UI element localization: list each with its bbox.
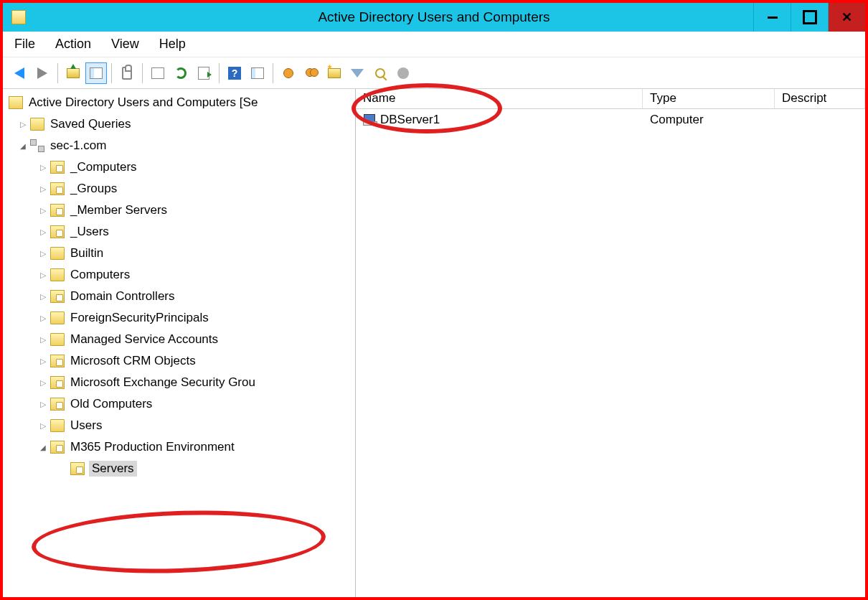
expand-icon[interactable]	[37, 398, 49, 410]
up-button[interactable]	[62, 62, 84, 84]
expand-icon[interactable]	[37, 291, 49, 302]
tree-ou-exchange[interactable]: Microsoft Exchange Security Grou	[3, 372, 355, 393]
arrow-left-icon	[14, 67, 24, 79]
row-name-label: DBServer1	[380, 113, 440, 127]
action-pane-button[interactable]	[247, 62, 268, 84]
tree-label: _Member Servers	[69, 202, 169, 218]
group-icon	[306, 68, 317, 78]
tree-label: Servers	[89, 461, 137, 477]
tree-ou-computers2[interactable]: _Computers	[3, 156, 355, 178]
ou-icon	[50, 398, 65, 411]
properties-button[interactable]	[147, 62, 169, 84]
tree-domain[interactable]: sec-1.com	[3, 135, 355, 156]
window-title: Active Directory Users and Computers	[3, 9, 865, 25]
tree-ou-users[interactable]: Users	[3, 415, 355, 436]
list-row[interactable]: DBServer1 Computer	[356, 109, 865, 131]
menu-action[interactable]: Action	[55, 37, 91, 52]
expand-icon[interactable]	[37, 377, 49, 388]
menu-file[interactable]: File	[14, 37, 35, 52]
tree-ou-oldcomputers[interactable]: Old Computers	[3, 393, 355, 415]
toolbar-separator	[57, 63, 58, 83]
forward-button[interactable]	[32, 62, 53, 84]
expand-icon[interactable]	[37, 355, 49, 367]
tree-saved-queries[interactable]: Saved Queries	[3, 113, 355, 135]
tree-ou-m365[interactable]: M365 Production Environment	[3, 436, 355, 458]
tree-ou-builtin[interactable]: Builtin	[3, 243, 355, 264]
tree-label: _Computers	[69, 159, 138, 175]
ou-icon	[50, 204, 65, 217]
cut-button[interactable]	[116, 62, 138, 84]
tree-ou-computers[interactable]: Computers	[3, 264, 355, 286]
expand-icon[interactable]	[37, 420, 49, 431]
expand-icon[interactable]	[37, 334, 49, 345]
refresh-button[interactable]	[170, 62, 192, 84]
funnel-icon	[351, 69, 364, 78]
tree-ou-users2[interactable]: _Users	[3, 221, 355, 243]
new-user-button[interactable]	[278, 62, 299, 84]
column-headers: Name Type Descript	[356, 89, 865, 109]
tree-ou-memberservers[interactable]: _Member Servers	[3, 200, 355, 221]
cell-name: DBServer1	[356, 111, 643, 128]
tree-ou-msa[interactable]: Managed Service Accounts	[3, 329, 355, 350]
ou-icon	[50, 225, 65, 238]
menu-view[interactable]: View	[111, 37, 139, 52]
expand-icon[interactable]	[37, 161, 49, 173]
help-button[interactable]: ?	[224, 62, 245, 84]
tree-ou-dc[interactable]: Domain Controllers	[3, 286, 355, 307]
tree-label: Microsoft Exchange Security Grou	[69, 375, 257, 390]
tree-label: Saved Queries	[49, 116, 132, 132]
new-folder-icon	[328, 68, 341, 78]
expand-icon[interactable]	[37, 226, 49, 238]
tree-root-label: Active Directory Users and Computers [Se	[27, 95, 259, 111]
ou-icon	[50, 441, 65, 454]
new-ou-button[interactable]	[324, 62, 345, 84]
annotation-ellipse	[31, 506, 327, 578]
expand-icon[interactable]	[37, 312, 49, 324]
expand-icon[interactable]	[37, 183, 49, 194]
tree-label: M365 Production Environment	[69, 439, 236, 455]
column-type[interactable]: Type	[643, 89, 775, 108]
back-button[interactable]	[9, 62, 30, 84]
column-name[interactable]: Name	[356, 89, 643, 108]
tree-label: Old Computers	[69, 396, 154, 412]
tree-label: Managed Service Accounts	[69, 332, 220, 347]
folder-icon	[50, 333, 65, 346]
add-criteria-button[interactable]	[392, 62, 414, 84]
tree-ou-servers[interactable]: Servers	[3, 458, 355, 479]
menu-help[interactable]: Help	[159, 37, 186, 52]
filter-button[interactable]	[346, 62, 368, 84]
tree-ou-groups2[interactable]: _Groups	[3, 178, 355, 200]
search-icon	[375, 68, 385, 78]
tree-label: ForeignSecurityPrincipals	[69, 310, 210, 326]
arrow-right-icon	[37, 67, 47, 79]
tree-label: Users	[69, 418, 103, 433]
cog-icon	[397, 67, 409, 79]
collapse-icon[interactable]	[17, 140, 29, 151]
toolbar-separator	[219, 63, 220, 83]
folder-icon	[50, 268, 65, 281]
expand-icon[interactable]	[37, 248, 49, 259]
show-hide-tree-button[interactable]	[85, 62, 107, 84]
toolbar-separator	[142, 63, 143, 83]
expand-icon[interactable]	[37, 269, 49, 281]
collapse-icon[interactable]	[37, 441, 49, 453]
ou-icon	[50, 355, 65, 367]
expand-icon[interactable]	[37, 205, 49, 216]
export-button[interactable]	[193, 62, 214, 84]
new-group-button[interactable]	[301, 62, 322, 84]
ou-icon	[50, 376, 65, 389]
expand-icon[interactable]	[17, 118, 29, 130]
find-button[interactable]	[369, 62, 391, 84]
ou-icon	[50, 290, 65, 303]
tree-root[interactable]: Active Directory Users and Computers [Se	[3, 92, 355, 113]
toolbar-separator	[273, 63, 273, 83]
cell-desc	[775, 118, 865, 121]
cell-type: Computer	[643, 111, 775, 128]
toolbar-separator	[111, 63, 112, 83]
detail-pane: Name Type Descript DBServer1 Computer	[356, 89, 865, 597]
tree-ou-crm[interactable]: Microsoft CRM Objects	[3, 350, 355, 372]
column-description[interactable]: Descript	[775, 89, 865, 108]
tree-ou-fsp[interactable]: ForeignSecurityPrincipals	[3, 307, 355, 329]
export-icon	[198, 67, 209, 80]
folder-icon	[30, 118, 44, 131]
